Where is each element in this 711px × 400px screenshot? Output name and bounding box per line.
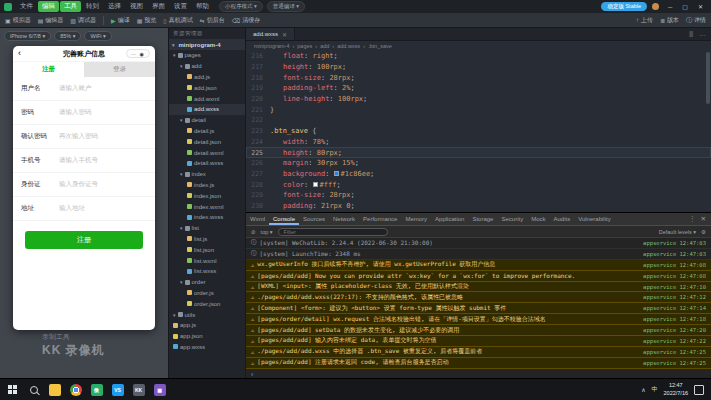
console-log[interactable]: ⓘ[system] WeChatLib: 2.24.4 (2022-06-30 … bbox=[246, 238, 711, 369]
console-message[interactable]: ⚠wx.getUserInfo 接口后续将不再维护, 请使用 wx.getUse… bbox=[246, 260, 711, 271]
kk-recorder-icon[interactable]: KK bbox=[128, 379, 149, 400]
tree-item[interactable]: order.json bbox=[169, 298, 245, 309]
menu-item[interactable]: 选择 bbox=[104, 1, 125, 12]
menu-item[interactable]: 帮助 bbox=[192, 1, 213, 12]
notification-center-icon[interactable] bbox=[694, 385, 704, 395]
tree-item[interactable]: ▾utils bbox=[169, 309, 245, 320]
tree-item[interactable]: add.wxss bbox=[169, 104, 245, 115]
image-viewer-icon[interactable]: ▦ bbox=[149, 379, 170, 400]
tree-item[interactable]: list.js bbox=[169, 234, 245, 245]
chrome-icon[interactable] bbox=[65, 379, 86, 400]
menu-item[interactable]: 编辑 bbox=[38, 1, 59, 12]
breadcrumb-item[interactable]: add.wxss bbox=[337, 43, 360, 49]
code-line[interactable]: 227background: #1c86ee; bbox=[246, 169, 711, 180]
menu-item[interactable]: 设置 bbox=[170, 1, 191, 12]
devtools-tab-application[interactable]: Application bbox=[431, 213, 468, 225]
search-icon[interactable] bbox=[23, 379, 44, 400]
code-line[interactable]: 225height: 80rpx; bbox=[246, 147, 711, 158]
action-button[interactable]: ⌫清缓存 bbox=[232, 16, 260, 25]
form-field[interactable]: 地址输入地址 bbox=[13, 197, 155, 221]
console-prompt[interactable]: › bbox=[246, 369, 711, 378]
console-message[interactable]: ⚠[WXML] <input>: 属性 placeholder-class 无效… bbox=[246, 282, 711, 293]
phone-tab[interactable]: 注册 bbox=[13, 62, 84, 77]
devtools-tab-console[interactable]: Console bbox=[269, 213, 299, 225]
tray-chevron-icon[interactable]: ∧ bbox=[641, 386, 645, 393]
tree-item[interactable]: index.js bbox=[169, 180, 245, 191]
action-button[interactable]: ⇆切后台 bbox=[200, 16, 225, 25]
tree-item[interactable]: ▾pages bbox=[169, 50, 245, 61]
menu-item[interactable]: 工具 bbox=[60, 1, 81, 12]
form-field[interactable]: 用户名请输入账户 bbox=[13, 77, 155, 101]
code-line[interactable]: 218font-size: 28rpx; bbox=[246, 72, 711, 83]
devtools-tab-security[interactable]: Security bbox=[497, 213, 527, 225]
code-line[interactable]: 220line-height: 100rpx; bbox=[246, 94, 711, 105]
tree-item[interactable]: app.wxss bbox=[169, 342, 245, 353]
vscode-icon[interactable]: VS bbox=[107, 379, 128, 400]
code-line[interactable]: 216float: right; bbox=[246, 51, 711, 62]
console-message[interactable]: ⓘ[system] WeChatLib: 2.24.4 (2022-06-30 … bbox=[246, 238, 711, 249]
console-message[interactable]: ⚠[pages/add/add] 注册请求未返回 code, 请检查后台服务是否… bbox=[246, 358, 711, 369]
view-toggle[interactable]: ▤编辑器 bbox=[38, 16, 64, 25]
console-message[interactable]: ⓘ[system] LaunchTime: 2348 msappservice … bbox=[246, 249, 711, 260]
tree-item[interactable]: index.json bbox=[169, 190, 245, 201]
tree-item[interactable]: app.json bbox=[169, 331, 245, 342]
tree-item[interactable]: list.wxss bbox=[169, 266, 245, 277]
console-message[interactable]: ⚠[pages/add/add] 输入内容未绑定 data, 表单提交时将为空值… bbox=[246, 336, 711, 347]
tree-item[interactable]: index.wxss bbox=[169, 212, 245, 223]
tree-item[interactable]: add.wxml bbox=[169, 93, 245, 104]
menu-item[interactable]: 转到 bbox=[82, 1, 103, 12]
code-line[interactable]: 228color: #fff; bbox=[246, 179, 711, 190]
devtools-tab-network[interactable]: Network bbox=[329, 213, 359, 225]
devtools-tab-vulnerability[interactable]: Vulnerability bbox=[574, 213, 614, 225]
code-line[interactable]: 230padding: 21rpx 0; bbox=[246, 201, 711, 212]
log-levels-dropdown[interactable]: Default levels ▾ bbox=[659, 229, 696, 235]
view-toggle[interactable]: ▥调试器 bbox=[70, 16, 96, 25]
editor-tab-add-wxss[interactable]: add.wxss ✕ bbox=[246, 28, 295, 40]
ime-indicator[interactable]: 中 bbox=[652, 385, 658, 394]
file-explorer-icon[interactable] bbox=[44, 379, 65, 400]
tree-item[interactable]: ▾detail bbox=[169, 115, 245, 126]
tree-item[interactable]: detail.wxss bbox=[169, 158, 245, 169]
wechat-devtools-icon[interactable]: 微 bbox=[86, 379, 107, 400]
devtools-tab-performance[interactable]: Performance bbox=[359, 213, 401, 225]
devtools-tab-storage[interactable]: Storage bbox=[468, 213, 497, 225]
tree-item[interactable]: index.wxml bbox=[169, 201, 245, 212]
console-message[interactable]: ⚠[pages/order/detail] wx.request 合法域名校验出… bbox=[246, 314, 711, 325]
action-button[interactable]: ▦预览 bbox=[137, 16, 157, 25]
tree-item[interactable]: detail.json bbox=[169, 136, 245, 147]
view-toggle[interactable]: ▣模拟器 bbox=[5, 16, 31, 25]
minimize-button[interactable]: ─ bbox=[664, 4, 676, 10]
menu-item[interactable]: 界面 bbox=[148, 1, 169, 12]
form-field[interactable]: 密码请输入密码 bbox=[13, 101, 155, 125]
tree-item[interactable]: ▾add bbox=[169, 61, 245, 72]
phone-tab[interactable]: 登录 bbox=[84, 62, 155, 77]
simulator-dropdown-0[interactable]: iPhone 6/7/8 ▾ bbox=[4, 31, 51, 41]
code-line[interactable]: 224width: 78%; bbox=[246, 137, 711, 148]
tree-item[interactable]: detail.wxml bbox=[169, 147, 245, 158]
form-field[interactable]: 身份证输入身份证号 bbox=[13, 173, 155, 197]
project-root[interactable]: ▾ miniprogram-4 bbox=[169, 39, 245, 50]
tree-item[interactable]: list.wxml bbox=[169, 255, 245, 266]
breadcrumb-item[interactable]: pages bbox=[297, 43, 312, 49]
tree-item[interactable]: list.json bbox=[169, 244, 245, 255]
code-line[interactable]: 229font-size: 28rpx; bbox=[246, 190, 711, 201]
titlebar-chip-0[interactable]: 小程序模式 ▾ bbox=[219, 1, 263, 12]
clear-console-icon[interactable]: ⊘ bbox=[251, 229, 256, 235]
wechat-capsule-menu[interactable]: ⋯ ◉ bbox=[126, 49, 150, 58]
breadcrumb-item[interactable]: .btn_save bbox=[368, 43, 392, 49]
console-message[interactable]: ⚠[pages/add/add] Now you can provide att… bbox=[246, 271, 711, 282]
console-message[interactable]: ⚠[pages/add/add] setData 的数据未发生变化, 建议减少不… bbox=[246, 325, 711, 336]
console-message[interactable]: ⚠./pages/add/add.wxss(227:17): 不支持的颜色格式,… bbox=[246, 292, 711, 303]
simulator-dropdown-1[interactable]: 85% ▾ bbox=[54, 31, 81, 41]
code-line[interactable]: 223.btn_save { bbox=[246, 126, 711, 137]
code-line[interactable]: 221} bbox=[246, 104, 711, 115]
start-button[interactable] bbox=[2, 379, 23, 400]
close-icon[interactable]: ✕ bbox=[282, 31, 287, 38]
maximize-button[interactable]: ▢ bbox=[678, 3, 692, 10]
code-line[interactable]: 226margin: 30rpx 15%; bbox=[246, 158, 711, 169]
console-message[interactable]: ⚠./pages/add/add.wxss 中的选择器 .btn_save 被重… bbox=[246, 347, 711, 358]
action-button[interactable]: ▶编译 bbox=[111, 16, 130, 25]
console-message[interactable]: ⚠[Component] <form>: 建议为 <button> 设置 for… bbox=[246, 303, 711, 314]
tree-item[interactable]: ▾list bbox=[169, 223, 245, 234]
tree-item[interactable]: add.json bbox=[169, 82, 245, 93]
